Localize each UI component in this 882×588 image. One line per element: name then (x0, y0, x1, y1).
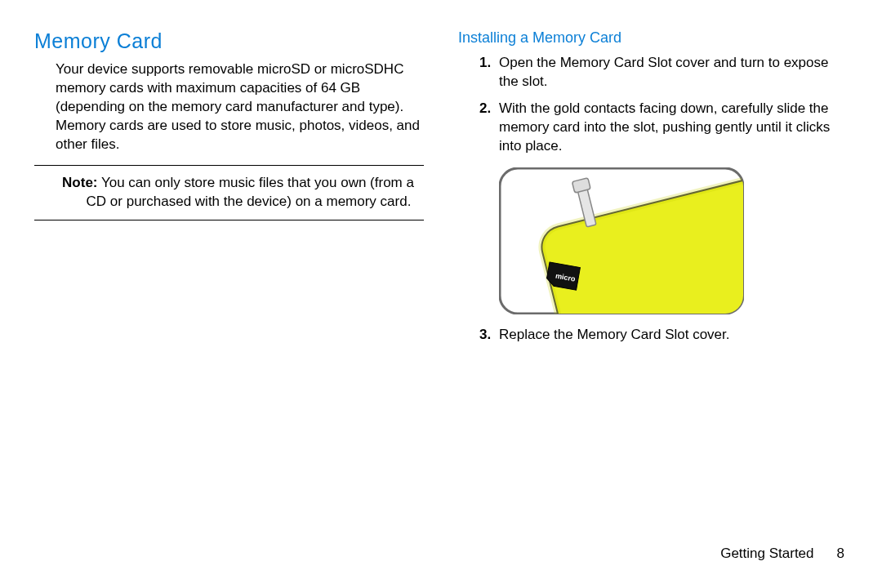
step-item: 3. Replace the Memory Card Slot cover. (479, 326, 848, 345)
footer-page-number: 8 (837, 546, 844, 561)
note-label: Note: (62, 175, 97, 190)
divider-bottom (34, 220, 424, 220)
page-footer: Getting Started8 (720, 545, 844, 564)
intro-paragraph: Your device supports removable microSD o… (34, 60, 424, 154)
step-item: 1. Open the Memory Card Slot cover and t… (479, 54, 848, 91)
note-paragraph: Note: You can only store music files tha… (56, 174, 424, 212)
step-text: With the gold contacts facing down, care… (499, 100, 830, 154)
left-column: Memory Card Your device supports removab… (34, 28, 424, 353)
step-number: 3. (479, 326, 491, 345)
step-text: Replace the Memory Card Slot cover. (499, 327, 730, 342)
step-text: Open the Memory Card Slot cover and turn… (499, 55, 828, 89)
section-heading: Memory Card (34, 28, 424, 56)
subsection-heading: Installing a Memory Card (458, 28, 848, 47)
memory-card-illustration: micro (499, 167, 744, 314)
step-number: 1. (479, 54, 491, 73)
steps-list: 1. Open the Memory Card Slot cover and t… (458, 54, 848, 156)
step-number: 2. (479, 100, 491, 118)
steps-list-cont: 3. Replace the Memory Card Slot cover. (458, 326, 848, 345)
step-item: 2. With the gold contacts facing down, c… (479, 100, 848, 156)
note-text: You can only store music files that you … (87, 175, 414, 209)
right-column: Installing a Memory Card 1. Open the Mem… (458, 28, 848, 353)
divider-top (34, 165, 424, 166)
footer-section: Getting Started (720, 546, 813, 561)
